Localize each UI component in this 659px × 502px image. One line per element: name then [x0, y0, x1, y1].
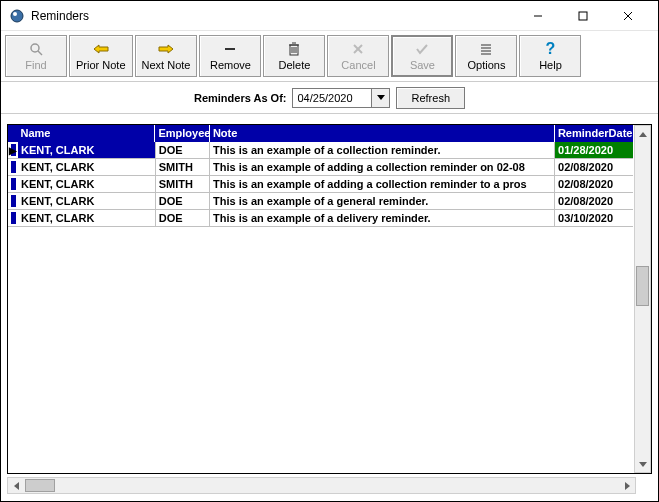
scroll-right-arrow-icon[interactable]	[618, 478, 635, 493]
hand-left-icon	[92, 41, 110, 57]
row-marker: ▶	[8, 142, 18, 159]
cancel-label: Cancel	[341, 59, 375, 71]
help-button[interactable]: ? Help	[519, 35, 581, 77]
cell-note: This is an example of adding a collectio…	[210, 176, 555, 193]
options-label: Options	[467, 59, 505, 71]
row-marker-header	[8, 125, 17, 142]
svg-marker-22	[639, 132, 647, 137]
col-header-note[interactable]: Note	[210, 125, 555, 142]
row-marker	[8, 159, 18, 176]
col-header-reminder-date[interactable]: ReminderDate	[555, 125, 633, 142]
cell-employee: SMITH	[156, 159, 210, 176]
as-of-date-field[interactable]	[292, 88, 390, 108]
table-row[interactable]: KENT, CLARKSMITHThis is an example of ad…	[8, 159, 633, 176]
vertical-scrollbar[interactable]	[634, 125, 651, 473]
hand-right-icon	[157, 41, 175, 57]
options-button[interactable]: Options	[455, 35, 517, 77]
cell-reminder-date: 02/08/2020	[555, 176, 633, 193]
grid-container: Name Employee Note ReminderDate ▶KENT, C…	[1, 114, 658, 500]
close-icon	[623, 11, 633, 21]
window-controls	[515, 2, 650, 30]
cell-employee: DOE	[156, 193, 210, 210]
horizontal-scrollbar[interactable]	[7, 477, 636, 494]
table-row[interactable]: ▶KENT, CLARKDOEThis is an example of a c…	[8, 142, 633, 159]
cancel-button[interactable]: Cancel	[327, 35, 389, 77]
scroll-left-arrow-icon[interactable]	[8, 478, 25, 493]
cell-name: KENT, CLARK	[18, 142, 156, 159]
titlebar: Reminders	[1, 1, 658, 31]
cell-reminder-date: 03/10/2020	[555, 210, 633, 227]
svg-marker-21	[377, 95, 385, 100]
cell-employee: DOE	[156, 210, 210, 227]
help-label: Help	[539, 59, 562, 71]
save-label: Save	[410, 59, 435, 71]
cell-name: KENT, CLARK	[18, 193, 156, 210]
save-button[interactable]: Save	[391, 35, 453, 77]
prior-note-label: Prior Note	[76, 59, 126, 71]
svg-line-7	[38, 51, 42, 55]
cell-note: This is an example of adding a collectio…	[210, 159, 555, 176]
table-row[interactable]: KENT, CLARKDOEThis is an example of a ge…	[8, 193, 633, 210]
cell-reminder-date: 02/08/2020	[555, 193, 633, 210]
window-title: Reminders	[31, 9, 515, 23]
close-button[interactable]	[605, 2, 650, 30]
table-row[interactable]: KENT, CLARKDOEThis is an example of a de…	[8, 210, 633, 227]
find-button[interactable]: Find	[5, 35, 67, 77]
refresh-button[interactable]: Refresh	[396, 87, 465, 109]
delete-button[interactable]: Delete	[263, 35, 325, 77]
date-dropdown-button[interactable]	[371, 89, 389, 107]
list-icon	[480, 41, 492, 57]
cell-name: KENT, CLARK	[18, 176, 156, 193]
table-row[interactable]: KENT, CLARKSMITHThis is an example of ad…	[8, 176, 633, 193]
remove-button[interactable]: Remove	[199, 35, 261, 77]
minus-icon	[224, 41, 236, 57]
horizontal-scroll-thumb[interactable]	[25, 479, 55, 492]
x-icon	[352, 41, 364, 57]
filter-bar: Reminders As Of: Refresh	[1, 82, 658, 114]
remove-label: Remove	[210, 59, 251, 71]
cell-reminder-date: 01/28/2020	[555, 142, 633, 159]
cell-employee: DOE	[156, 142, 210, 159]
as-of-date-input[interactable]	[293, 89, 371, 107]
toolbar: Find Prior Note Next Note Remove Delete …	[1, 31, 658, 82]
next-note-button[interactable]: Next Note	[135, 35, 198, 77]
svg-rect-3	[579, 12, 587, 20]
trash-icon	[288, 41, 300, 57]
cell-name: KENT, CLARK	[18, 210, 156, 227]
col-header-employee[interactable]: Employee	[155, 125, 209, 142]
check-icon	[415, 41, 429, 57]
next-note-label: Next Note	[142, 59, 191, 71]
horizontal-scroll-track[interactable]	[25, 478, 618, 493]
grid-header: Name Employee Note ReminderDate	[8, 125, 633, 142]
delete-label: Delete	[279, 59, 311, 71]
chevron-down-icon	[377, 95, 385, 101]
cell-note: This is an example of a general reminder…	[210, 193, 555, 210]
scroll-up-arrow-icon[interactable]	[635, 126, 650, 143]
app-icon	[9, 8, 25, 24]
cell-name: KENT, CLARK	[18, 159, 156, 176]
svg-rect-8	[225, 48, 235, 50]
magnifier-icon	[29, 41, 43, 57]
svg-marker-25	[625, 482, 630, 490]
svg-point-0	[11, 10, 23, 22]
svg-marker-23	[639, 462, 647, 467]
prior-note-button[interactable]: Prior Note	[69, 35, 133, 77]
reminders-grid[interactable]: Name Employee Note ReminderDate ▶KENT, C…	[7, 124, 652, 474]
find-label: Find	[25, 59, 46, 71]
minimize-button[interactable]	[515, 2, 560, 30]
vertical-scroll-thumb[interactable]	[636, 266, 649, 306]
row-marker	[8, 176, 18, 193]
svg-point-1	[13, 12, 17, 16]
maximize-button[interactable]	[560, 2, 605, 30]
cell-reminder-date: 02/08/2020	[555, 159, 633, 176]
cell-note: This is an example of a collection remin…	[210, 142, 555, 159]
cell-note: This is an example of a delivery reminde…	[210, 210, 555, 227]
cell-employee: SMITH	[156, 176, 210, 193]
scroll-down-arrow-icon[interactable]	[635, 455, 650, 472]
svg-point-6	[31, 44, 39, 52]
maximize-icon	[578, 11, 588, 21]
question-icon: ?	[546, 41, 556, 57]
minimize-icon	[533, 11, 543, 21]
col-header-name[interactable]: Name	[17, 125, 155, 142]
row-marker	[8, 210, 18, 227]
